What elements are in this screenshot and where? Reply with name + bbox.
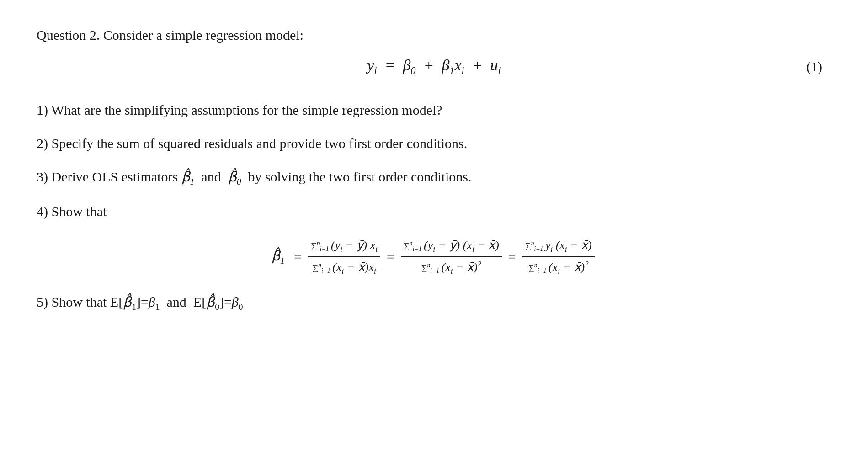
fraction-1: ∑ni=1 (yi − ȳ) xi ∑ni=1 (xi − x̄)xi	[308, 235, 380, 278]
equals-3: =	[508, 246, 516, 267]
part-1: 1) What are the simplifying assumptions …	[37, 100, 831, 120]
part-4: 4) Show that β̂1 = ∑ni=1 (yi − ȳ) xi	[37, 201, 831, 278]
equals-1: =	[294, 246, 302, 267]
beta-equation-display: β̂1 = ∑ni=1 (yi − ȳ) xi ∑ni=1	[37, 235, 831, 278]
fraction-2-numerator: ∑ni=1 (yi − ȳ) (xi − x̄)	[401, 235, 502, 257]
fraction-3-denominator: ∑ni=1 (xi − x̄)2	[526, 257, 591, 278]
equals-2: =	[387, 246, 394, 267]
question-title: Question 2. Consider a simple regression…	[37, 27, 831, 43]
part-1-text: 1) What are the simplifying assumptions …	[37, 102, 442, 117]
main-equation-block: yi = β0 + β1xi + ui (1)	[37, 57, 831, 77]
fraction-3-numerator: ∑ni=1 yi (xi − x̄)	[522, 235, 595, 257]
beta1-hat-lhs: β̂1	[272, 245, 285, 267]
equation-number: (1)	[806, 59, 822, 74]
parts-list: 1) What are the simplifying assumptions …	[37, 100, 831, 314]
main-equation: yi = β0 + β1xi + ui	[367, 57, 501, 77]
fraction-2: ∑ni=1 (yi − ȳ) (xi − x̄) ∑ni=1 (xi − x̄)…	[401, 235, 502, 278]
fraction-1-denominator: ∑ni=1 (xi − x̄)xi	[309, 257, 379, 278]
part-3-text: 3) Derive OLS estimators β̂1 and β̂0 by …	[37, 169, 472, 184]
part-4-label: 4) Show that	[37, 204, 107, 219]
part-2-text: 2) Specify the sum of squared residuals …	[37, 136, 467, 151]
fraction-2-denominator: ∑ni=1 (xi − x̄)2	[418, 257, 484, 278]
fraction-1-numerator: ∑ni=1 (yi − ȳ) xi	[308, 235, 380, 257]
part-5-text: 5) Show that E[β̂1]=β1 and E[β̂0]=β0	[37, 294, 243, 309]
fraction-3: ∑ni=1 yi (xi − x̄) ∑ni=1 (xi − x̄)2	[522, 235, 595, 278]
part-2: 2) Specify the sum of squared residuals …	[37, 133, 831, 154]
part-5: 5) Show that E[β̂1]=β1 and E[β̂0]=β0	[37, 292, 831, 314]
page-content: Question 2. Consider a simple regression…	[37, 27, 831, 314]
part-3: 3) Derive OLS estimators β̂1 and β̂0 by …	[37, 166, 831, 188]
